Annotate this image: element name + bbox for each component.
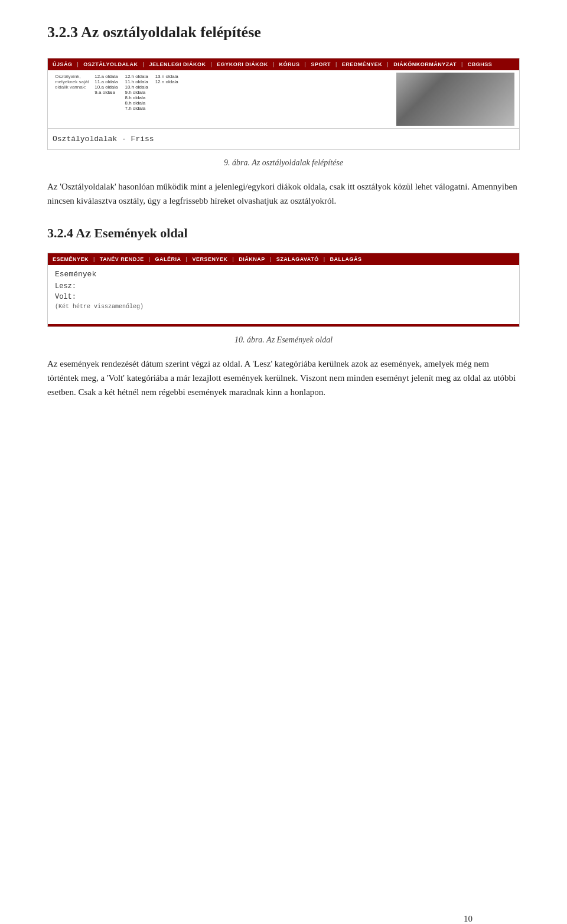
bottom-border bbox=[48, 324, 519, 326]
page-title: 3.2.3 Az osztályoldalak felépítése bbox=[47, 24, 520, 41]
nav-item-egykori[interactable]: EGYKORI DIÁKOK bbox=[217, 61, 268, 67]
page-number: 10 bbox=[464, 914, 472, 924]
nav-item-ballagas[interactable]: BALLAGÁS bbox=[330, 256, 361, 262]
esemenyek-lesz: Lesz: bbox=[55, 282, 512, 290]
subnav-col2: 12.h oldala11.h oldala10.h oldala9.h old… bbox=[122, 73, 152, 112]
nav-bar-1: ÚJSÁG | OSZTÁLYOLDALAK | JELENLEGI DIÁKO… bbox=[48, 58, 519, 70]
nav-item-versenyek[interactable]: VERSENYEK bbox=[192, 256, 227, 262]
fresh-content: Osztályoldalak - Friss bbox=[48, 128, 519, 149]
figure9-screenshot: ÚJSÁG | OSZTÁLYOLDALAK | JELENLEGI DIÁKO… bbox=[47, 58, 520, 150]
nav-item-jelenlegi[interactable]: JELENLEGI DIÁKOK bbox=[149, 61, 206, 67]
body-text-323: Az 'Osztályoldalak' hasonlóan működik mi… bbox=[47, 179, 520, 208]
nav-item-diaknap[interactable]: DIÁKNAP bbox=[239, 256, 265, 262]
fresh-title: Osztályoldalak - Friss bbox=[53, 132, 514, 146]
figure9-caption: 9. ábra. Az osztályoldalak felépítése bbox=[47, 158, 520, 168]
subnav-col3: 13.n oldala12.n oldala bbox=[152, 73, 182, 112]
body-text-324: Az események rendezését dátum szerint vé… bbox=[47, 357, 520, 399]
nav-item-galeria[interactable]: GALÉRIA bbox=[155, 256, 181, 262]
esemenyek-title: Események bbox=[55, 270, 512, 279]
nav-item-diakokrmanzat[interactable]: DIÁKÖNKORMÁNYZAT bbox=[393, 61, 457, 67]
section-324-title: 3.2.4 Az Események oldal bbox=[47, 226, 520, 241]
esemenyek-volt: Volt: bbox=[55, 293, 512, 301]
nav-item-eredmenyek[interactable]: EREDMÉNYEK bbox=[342, 61, 383, 67]
esemenyek-content: Események Lesz: Volt: (Két hétre visszam… bbox=[48, 265, 519, 324]
figure10-caption: 10. ábra. Az Események oldal bbox=[47, 335, 520, 345]
nav-item-osztalyoldalak[interactable]: OSZTÁLYOLDALAK bbox=[83, 61, 138, 67]
esemenyek-note: (Két hétre visszamenőleg) bbox=[55, 303, 512, 310]
nav-item-ujsag[interactable]: ÚJSÁG bbox=[53, 61, 73, 67]
nav-item-korus[interactable]: KÓRUS bbox=[279, 61, 300, 67]
nav-bar-2: ESEMÉNYEK | TANÉV RENDJE | GALÉRIA | VER… bbox=[48, 253, 519, 265]
subnav-label: Osztályaink,melyeknek sajátoldalik vanna… bbox=[53, 73, 91, 112]
nav-item-szalagavato[interactable]: SZALAGAVATÓ bbox=[276, 256, 319, 262]
nav-item-sport[interactable]: SPORT bbox=[311, 61, 331, 67]
nav-item-cbghss[interactable]: CBGHSS bbox=[468, 61, 493, 67]
figure10-screenshot: ESEMÉNYEK | TANÉV RENDJE | GALÉRIA | VER… bbox=[47, 253, 520, 327]
subnav-col1: 12.a oldala11.a oldala10.a oldala9.a old… bbox=[91, 73, 121, 112]
nav-item-esemenyek[interactable]: ESEMÉNYEK bbox=[53, 256, 89, 262]
school-photo bbox=[396, 73, 514, 126]
nav-item-tanev[interactable]: TANÉV RENDJE bbox=[100, 256, 144, 262]
